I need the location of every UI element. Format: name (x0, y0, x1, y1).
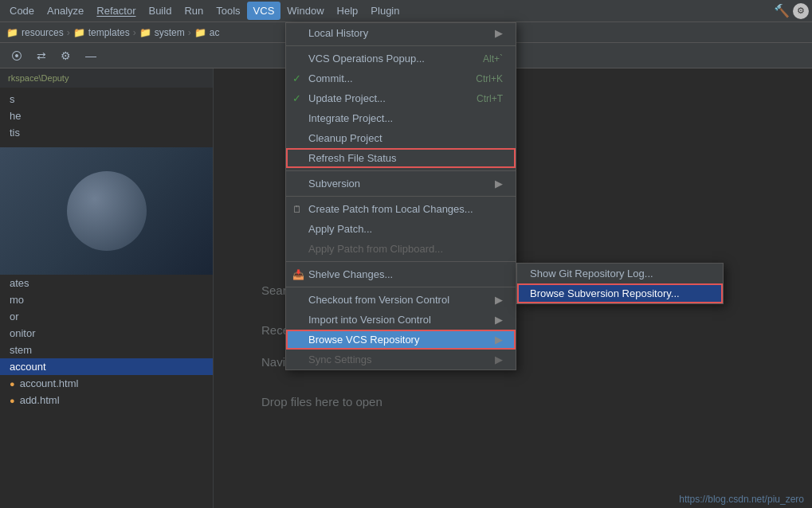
patch-icon: 🗒 (292, 204, 302, 215)
settings-circle-icon[interactable]: ⚙ (793, 3, 809, 19)
menu-item-shelve[interactable]: 📥 Shelve Changes... (286, 264, 516, 284)
menu-item-subversion[interactable]: Subversion ▶ (286, 174, 516, 193)
menu-item-apply-patch[interactable]: Apply Patch... (286, 219, 516, 239)
toolbar-btn-2[interactable]: ⇄ (32, 46, 51, 65)
toolbar-btn-4[interactable]: — (80, 46, 101, 65)
breadcrumb-templates[interactable]: templates (88, 27, 130, 38)
menu-item-update[interactable]: ✓ Update Project... Ctrl+T (286, 88, 516, 108)
submenu-browse-svn[interactable]: Browse Subversion Repository... (517, 283, 723, 303)
menu-build[interactable]: Build (142, 2, 178, 20)
sidebar-item-account[interactable]: account (0, 358, 213, 375)
separator-4 (286, 261, 516, 262)
avatar-section (0, 147, 214, 275)
menu-run[interactable]: Run (178, 2, 210, 20)
sidebar-item-account-html[interactable]: ● account.html (0, 375, 213, 392)
submenu-arrow-2: ▶ (495, 178, 503, 190)
menu-item-import[interactable]: Import into Version Control ▶ (286, 310, 516, 330)
menu-help[interactable]: Help (331, 2, 365, 20)
menu-code[interactable]: Code (3, 2, 41, 20)
sidebar-item-ates[interactable]: ates (0, 275, 213, 291)
toolbar-btn-1[interactable]: ⦿ (6, 46, 27, 65)
breadcrumb-resources[interactable]: resources (22, 27, 64, 38)
separator-1 (286, 45, 516, 46)
hammer-icon[interactable]: 🔨 (774, 3, 790, 19)
browse-vcs-submenu: Show Git Repository Log... Browse Subver… (516, 263, 724, 304)
menu-vcs[interactable]: VCS (247, 2, 281, 20)
sidebar-header: rkspace\Deputy (0, 68, 213, 88)
sidebar-item-he[interactable]: he (0, 107, 213, 124)
sidebar-item-onitor[interactable]: onitor (0, 325, 213, 342)
url-bar: https://blog.csdn.net/piu_zero (679, 494, 804, 505)
sidebar: rkspace\Deputy s he tis ates mo or onito… (0, 68, 214, 508)
submenu-show-git-log[interactable]: Show Git Repository Log... (517, 264, 723, 283)
html-file-icon: ● (10, 379, 15, 389)
sidebar-content: s he tis ates mo or onitor stem account … (0, 88, 213, 412)
submenu-arrow-5: ▶ (495, 334, 503, 346)
breadcrumb-sep2: › (133, 27, 136, 38)
shelve-icon: 📥 (292, 269, 304, 280)
menu-item-cleanup[interactable]: Cleanup Project (286, 128, 516, 148)
menu-item-browse-vcs[interactable]: Browse VCS Repository ▶ (286, 330, 516, 350)
breadcrumb-system[interactable]: system (155, 27, 185, 38)
breadcrumb-sep1: › (67, 27, 70, 38)
menu-item-sync: Sync Settings ▶ (286, 350, 516, 369)
toolbar-btn-3[interactable]: ⚙ (56, 46, 76, 65)
commit-shortcut: Ctrl+K (476, 73, 503, 84)
submenu-arrow: ▶ (495, 27, 503, 39)
menu-item-integrate[interactable]: Integrate Project... (286, 108, 516, 128)
check-icon-2: ✓ (292, 92, 301, 104)
menu-item-checkout[interactable]: Checkout from Version Control ▶ (286, 290, 516, 310)
sidebar-item-s[interactable]: s (0, 91, 213, 107)
vcs-ops-shortcut: Alt+` (483, 53, 503, 64)
menu-item-apply-clipboard: Apply Patch from Clipboard... (286, 239, 516, 259)
menu-item-refresh[interactable]: Refresh File Status (286, 148, 516, 168)
avatar (67, 171, 147, 251)
folder-icon-2: 📁 (73, 27, 85, 38)
submenu-arrow-4: ▶ (495, 314, 503, 326)
submenu-arrow-3: ▶ (495, 294, 503, 306)
menu-analyze[interactable]: Analyze (41, 2, 90, 20)
sidebar-item-or[interactable]: or (0, 308, 213, 325)
breadcrumb-ac[interactable]: ac (210, 27, 220, 38)
folder-icon-4: 📁 (194, 27, 206, 38)
menu-item-local-history[interactable]: Local History ▶ (286, 23, 516, 43)
sidebar-item-add-html[interactable]: ● add.html (0, 392, 213, 408)
check-icon: ✓ (292, 72, 301, 84)
vcs-dropdown-menu: Local History ▶ VCS Operations Popup... … (285, 22, 516, 370)
sidebar-item-tis[interactable]: tis (0, 124, 213, 141)
submenu-arrow-6: ▶ (495, 354, 503, 365)
menu-tools[interactable]: Tools (210, 2, 246, 20)
folder-icon: 📁 (6, 27, 18, 38)
breadcrumb-sep3: › (188, 27, 191, 38)
sidebar-item-mo[interactable]: mo (0, 291, 213, 308)
folder-icon-3: 📁 (139, 27, 151, 38)
menu-item-vcs-ops[interactable]: VCS Operations Popup... Alt+` (286, 49, 516, 68)
menu-refactor[interactable]: Refactor (90, 2, 142, 20)
menu-window[interactable]: Window (280, 2, 330, 20)
menu-item-commit[interactable]: ✓ Commit... Ctrl+K (286, 68, 516, 88)
separator-2 (286, 170, 516, 171)
separator-5 (286, 287, 516, 287)
separator-3 (286, 196, 516, 197)
menu-item-create-patch[interactable]: 🗒 Create Patch from Local Changes... (286, 199, 516, 219)
add-file-icon: ● (10, 396, 15, 405)
update-shortcut: Ctrl+T (477, 93, 503, 104)
menu-plugin[interactable]: Plugin (364, 2, 406, 20)
drop-files-hint: Drop files here to open (261, 395, 382, 408)
menu-bar: Code Analyze Refactor Build Run Tools VC… (0, 0, 812, 22)
sidebar-item-stem[interactable]: stem (0, 342, 213, 358)
